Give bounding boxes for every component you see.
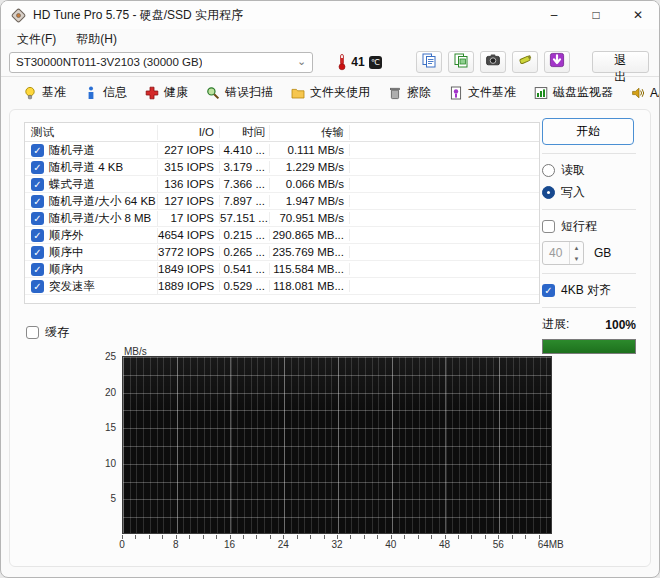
test-transfer: 118.081 MB... [270,280,350,292]
test-io: 315 IOPS [158,161,220,173]
window-title: HD Tune Pro 5.75 - 硬盘/SSD 实用程序 [33,7,533,24]
close-button[interactable]: ✕ [617,1,659,29]
tab-label: 基准 [42,84,66,101]
tab-AAM[interactable]: AAM [623,81,660,105]
toolbar-icons [416,51,570,73]
x-axis-ticks: 0816243240485664MB [122,539,552,553]
align-option[interactable]: ✓ 4KB 对齐 [542,282,642,299]
tab-文件基准[interactable]: 文件基准 [441,79,524,106]
camera-icon [485,52,501,72]
start-button[interactable]: 开始 [542,118,634,145]
write-option[interactable]: 写入 [542,184,642,201]
menu-help[interactable]: 帮助(H) [68,29,125,50]
cache-option[interactable]: 缓存 [26,324,69,341]
temperature-value: 41 [351,55,364,69]
app-window: HD Tune Pro 5.75 - 硬盘/SSD 实用程序 – □ ✕ 文件(… [0,0,660,578]
test-name: 随机寻道/大小 8 MB [49,211,151,226]
test-checkbox[interactable]: ✓ [31,144,44,157]
header-io: I/O [158,126,220,138]
title-bar: HD Tune Pro 5.75 - 硬盘/SSD 实用程序 – □ ✕ [1,1,659,29]
tab-擦除[interactable]: 擦除 [380,79,439,106]
test-time: 3.179 ... [220,161,270,173]
short-stroke-option[interactable]: 短行程 [542,218,642,235]
cache-checkbox[interactable] [26,326,39,339]
highlighter-button[interactable] [512,51,538,73]
test-transfer: 1.947 MB/s [270,195,350,207]
read-label: 读取 [561,162,585,179]
read-radio[interactable] [542,164,555,177]
test-io: 17 IOPS [158,212,220,224]
short-stroke-label: 短行程 [561,218,597,235]
divider [542,273,636,274]
y-tick-label: 15 [105,422,116,433]
cache-label: 缓存 [45,324,69,341]
test-transfer: 0.066 MB/s [270,178,350,190]
header-time: 时间 [220,125,270,140]
y-tick-label: 5 [110,493,116,504]
chart-plot-area [122,356,552,534]
temperature-indicator: 41 ℃ [337,53,381,71]
test-checkbox[interactable]: ✓ [31,212,44,225]
tab-信息[interactable]: 信息 [76,79,135,106]
test-checkbox[interactable]: ✓ [31,229,44,242]
test-io: 1889 IOPS [158,280,220,292]
align-4kb-checkbox[interactable]: ✓ [542,284,555,297]
tab-错误扫描[interactable]: 错误扫描 [198,79,281,106]
tab-健康[interactable]: 健康 [137,79,196,106]
test-name: 随机寻道/大小 64 KB [49,194,156,209]
write-radio[interactable] [542,186,555,199]
table-row: ✓顺序内1849 IOPS0.541 ...115.584 MB... [25,261,539,278]
test-time: 57.151 ... [220,212,270,224]
test-name: 蝶式寻道 [49,177,95,192]
x-tick-label: 32 [331,539,342,550]
short-stroke-size-value: 40 [543,242,569,264]
thermometer-icon [337,53,347,71]
camera-button[interactable] [480,51,506,73]
table-row: ✓蝶式寻道136 IOPS7.366 ...0.066 MB/s [25,176,539,193]
tab-label: 错误扫描 [225,84,273,101]
test-checkbox[interactable]: ✓ [31,161,44,174]
copy-text-button[interactable] [416,51,442,73]
test-checkbox[interactable]: ✓ [31,280,44,293]
download-button[interactable] [544,51,570,73]
drive-select[interactable]: ST30000NT011-3V2103 (30000 GB) ⌄ [9,52,313,73]
maximize-button[interactable]: □ [575,1,617,29]
test-checkbox[interactable]: ✓ [31,263,44,276]
exit-button[interactable]: 退出 [592,51,649,73]
tab-磁盘监视器[interactable]: 磁盘监视器 [526,79,621,106]
test-time: 0.265 ... [220,246,270,258]
stepper-up-icon[interactable]: ▲ [570,242,583,253]
test-checkbox[interactable]: ✓ [31,178,44,191]
tab-基准[interactable]: 基准 [15,79,74,106]
scan-icon [206,86,220,100]
stepper-down-icon[interactable]: ▼ [570,253,583,264]
toolbar: ST30000NT011-3V2103 (30000 GB) ⌄ 41 ℃ 退出 [1,50,659,77]
minimize-button[interactable]: – [533,1,575,29]
test-time: 7.366 ... [220,178,270,190]
short-stroke-checkbox[interactable] [542,220,555,233]
tab-label: 文件夹使用 [310,84,370,101]
test-checkbox[interactable]: ✓ [31,246,44,259]
short-stroke-size-stepper[interactable]: 40 ▲ ▼ [542,241,584,265]
read-option[interactable]: 读取 [542,162,642,179]
folder-icon [291,86,305,100]
table-row: ✓随机寻道227 IOPS4.410 ...0.111 MB/s [25,142,539,159]
tab-文件夹使用[interactable]: 文件夹使用 [283,79,378,106]
benchmark-chart: MB/s 252015105 0816243240485664MB [88,350,566,556]
test-checkbox[interactable]: ✓ [31,195,44,208]
tab-bar: 基准信息健康错误扫描文件夹使用擦除文件基准磁盘监视器AAM随机访问额外测试 [1,77,659,108]
download-icon [549,52,565,72]
menu-file[interactable]: 文件(F) [9,29,64,50]
test-time: 0.215 ... [220,229,270,241]
test-transfer: 290.865 MB... [270,229,350,241]
tab-label: 健康 [164,84,188,101]
copy-image-button[interactable] [448,51,474,73]
test-name: 顺序内 [49,262,84,277]
table-row: ✓随机寻道/大小 8 MB17 IOPS57.151 ...70.951 MB/… [25,210,539,227]
x-tick-label: 56 [493,539,504,550]
test-time: 7.897 ... [220,195,270,207]
x-tick-label: 40 [385,539,396,550]
drive-select-value: ST30000NT011-3V2103 (30000 GB) [16,56,202,68]
disk-monitor-icon [534,86,548,100]
test-time: 0.541 ... [220,263,270,275]
